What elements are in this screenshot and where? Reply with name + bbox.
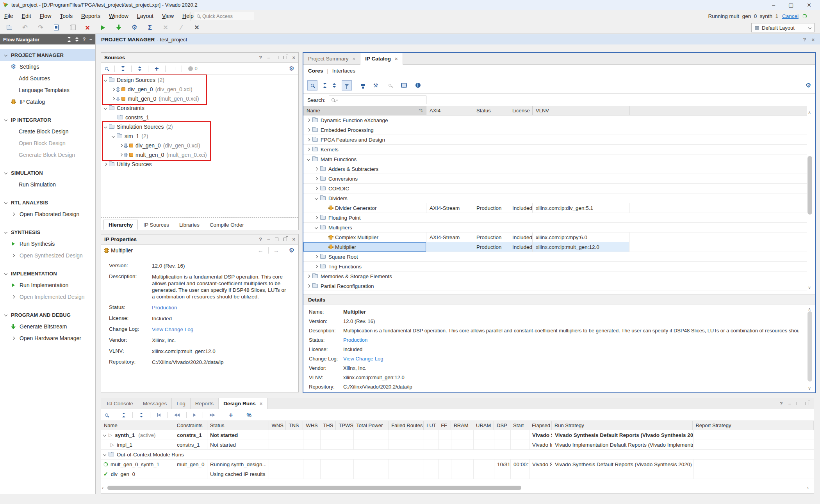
tree-row[interactable]: mult_gen_0 (mult_gen_0.xci): [101, 150, 298, 160]
column-header-whs[interactable]: WHS: [303, 421, 320, 430]
back-icon[interactable]: ←: [258, 247, 264, 254]
flow-item-open-hardware-manager[interactable]: Open Hardware Manager: [0, 332, 95, 344]
open-folder-icon[interactable]: [5, 26, 13, 30]
tree-row[interactable]: Constraints: [101, 103, 298, 113]
minimize-panel-icon[interactable]: –: [267, 236, 270, 242]
minimize-panel-icon[interactable]: –: [89, 37, 92, 42]
chevron-right-icon[interactable]: [307, 119, 310, 122]
menu-view[interactable]: View: [158, 13, 178, 19]
tab-log[interactable]: Log: [172, 398, 191, 409]
tab-reports[interactable]: Reports: [191, 398, 219, 409]
chevron-down-icon[interactable]: [104, 106, 107, 110]
scrollbar-thumb[interactable]: [808, 156, 812, 215]
minimize-button[interactable]: –: [772, 2, 775, 8]
menu-file[interactable]: File: [0, 13, 18, 19]
group-by-icon[interactable]: [357, 84, 366, 86]
chevron-down-icon[interactable]: [103, 433, 106, 437]
chevron-down-icon[interactable]: [104, 125, 107, 128]
column-header-ths[interactable]: THS: [320, 421, 336, 430]
tree-row[interactable]: constrs_1: [101, 113, 298, 122]
chevron-right-icon[interactable]: [112, 88, 115, 91]
chevron-right-icon[interactable]: [307, 148, 310, 151]
close-panel-icon[interactable]: ×: [292, 55, 295, 60]
chevron-right-icon[interactable]: [315, 187, 318, 190]
catalog-row[interactable]: Dividers: [303, 193, 807, 203]
report-utilization-icon[interactable]: [146, 25, 154, 31]
design-run-row[interactable]: div_gen_0Using cached IP results: [101, 469, 814, 479]
undo-icon[interactable]: [21, 25, 29, 31]
scrollbar-thumb[interactable]: [808, 311, 812, 382]
add-sources-icon[interactable]: +: [155, 65, 159, 72]
tree-row[interactable]: div_gen_0 (div_gen_0.xci): [101, 85, 298, 94]
chevron-right-icon[interactable]: [104, 163, 107, 166]
catalog-row[interactable]: Math Functions: [303, 154, 807, 164]
tab-libraries[interactable]: Libraries: [175, 220, 204, 230]
chevron-down-icon[interactable]: [315, 197, 318, 200]
collapse-all-icon[interactable]: [323, 83, 327, 88]
collapse-all-icon[interactable]: [67, 37, 71, 42]
close-tab-icon[interactable]: ×: [260, 401, 263, 406]
flow-section-program-and-debug[interactable]: PROGRAM AND DEBUG: [0, 309, 95, 321]
column-header-uram[interactable]: URAM: [473, 421, 494, 430]
property-value[interactable]: Production: [152, 304, 289, 311]
tree-row[interactable]: Utility Sources: [101, 160, 298, 169]
chevron-down-icon[interactable]: [103, 453, 106, 456]
minimize-panel-icon[interactable]: –: [788, 401, 791, 406]
catalog-row[interactable]: Conversions: [303, 174, 807, 184]
runs-percent-icon[interactable]: %: [247, 412, 251, 418]
column-header-bram[interactable]: BRAM: [451, 421, 473, 430]
flow-section-rtl-analysis[interactable]: RTL ANALYSIS: [0, 197, 95, 208]
redo-icon[interactable]: [37, 25, 45, 31]
column-header-run-strategy[interactable]: Run Strategy: [552, 421, 693, 430]
abort-icon[interactable]: ✕: [193, 25, 201, 31]
help-icon[interactable]: ?: [83, 37, 86, 42]
tree-row[interactable]: div_gen_0 (div_gen_0.xci): [101, 141, 298, 150]
tab-design-runs[interactable]: Design Runs×: [219, 398, 267, 409]
design-run-row[interactable]: Out-of-Context Module Runs: [101, 450, 814, 460]
flow-item-generate-bitstream[interactable]: Generate Bitstream: [0, 321, 95, 332]
chevron-right-icon[interactable]: [315, 177, 318, 180]
column-header-dsp[interactable]: DSP: [494, 421, 510, 430]
flow-item-run-implementation[interactable]: Run Implementation: [0, 279, 95, 291]
column-header-ff[interactable]: FF: [438, 421, 451, 430]
settings-icon[interactable]: [806, 82, 811, 89]
menu-edit[interactable]: Edit: [18, 13, 36, 19]
catalog-row[interactable]: FPGA Features and Design: [303, 135, 807, 145]
close-button[interactable]: ✕: [807, 2, 811, 8]
search-icon[interactable]: [105, 67, 108, 70]
catalog-row[interactable]: Dynamic Function eXchange: [303, 115, 807, 125]
column-header-constraints[interactable]: Constraints: [174, 421, 207, 430]
chevron-down-icon[interactable]: [112, 135, 115, 138]
flow-item-language-templates[interactable]: Language Templates: [0, 84, 95, 96]
menu-layout[interactable]: Layout: [133, 13, 158, 19]
flow-item-settings[interactable]: Settings: [0, 61, 95, 73]
float-panel-icon[interactable]: [283, 238, 287, 241]
quick-access-input[interactable]: Quick Access: [194, 12, 254, 20]
flow-section-ip-integrator[interactable]: IP INTEGRATOR: [0, 114, 95, 126]
close-panel-icon[interactable]: ×: [292, 236, 295, 242]
column-header-status[interactable]: Status: [207, 421, 269, 430]
settings-icon[interactable]: [130, 24, 138, 31]
menu-window[interactable]: Window: [105, 13, 133, 19]
flow-item-add-sources[interactable]: Add Sources: [0, 73, 95, 84]
chip-icon[interactable]: [399, 83, 408, 87]
tab-compile-order[interactable]: Compile Order: [205, 220, 249, 230]
maximize-panel-icon[interactable]: [797, 402, 800, 405]
expand-all-icon[interactable]: [332, 83, 336, 88]
resume-icon[interactable]: [193, 413, 196, 417]
chevron-right-icon[interactable]: [119, 144, 123, 147]
expand-all-icon[interactable]: [139, 413, 143, 417]
layout-selector[interactable]: Default Layout: [751, 23, 815, 32]
close-tab-icon[interactable]: ×: [395, 56, 398, 62]
chevron-down-icon[interactable]: [307, 158, 310, 161]
chevron-right-icon[interactable]: [307, 284, 310, 287]
flow-item-create-block-design[interactable]: Create Block Design: [0, 126, 95, 137]
report-document-icon[interactable]: [52, 25, 60, 30]
flow-section-project-manager[interactable]: PROJECT MANAGER: [0, 49, 95, 61]
chevron-right-icon[interactable]: [119, 153, 123, 156]
column-header-failed-routes[interactable]: Failed Routes: [389, 421, 424, 430]
catalog-row[interactable]: CORDIC: [303, 184, 807, 193]
run-icon[interactable]: [99, 25, 107, 30]
catalog-row[interactable]: MultiplierProductionIncludedxilinx.com:i…: [303, 242, 807, 252]
info-icon[interactable]: [414, 83, 422, 88]
